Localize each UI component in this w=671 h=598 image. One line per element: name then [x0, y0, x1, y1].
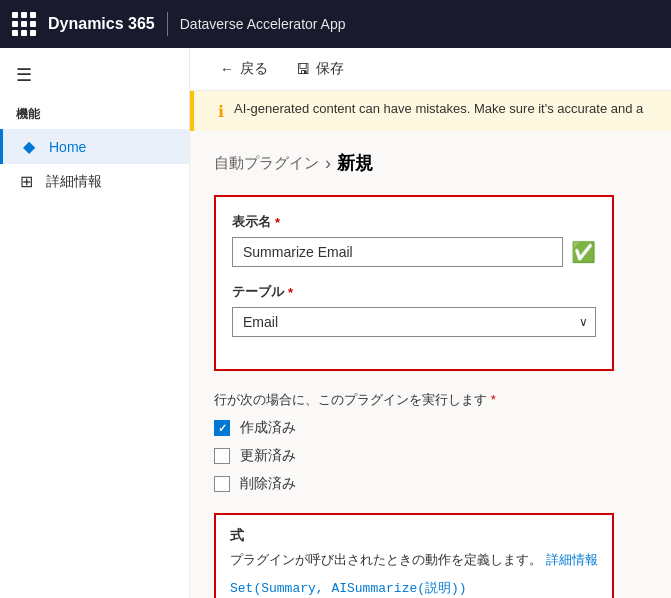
table-select-wrapper: Email Account Contact Lead ∨: [232, 307, 596, 337]
condition-required-star: *: [491, 392, 496, 407]
checkbox-updated-box[interactable]: [214, 448, 230, 464]
save-button[interactable]: 🖫 保存: [290, 56, 350, 82]
checkbox-updated-label: 更新済み: [240, 447, 296, 465]
back-arrow-icon: ←: [220, 61, 234, 77]
expression-link[interactable]: 詳細情報: [546, 552, 598, 567]
back-label: 戻る: [240, 60, 268, 78]
checkbox-created-box[interactable]: [214, 420, 230, 436]
sidebar-item-home[interactable]: ◆ Home: [0, 129, 189, 164]
form-card: 表示名 * ✅ テーブル * Email Account: [214, 195, 614, 371]
expression-desc: プラグインが呼び出されたときの動作を定義します。 詳細情報: [230, 551, 598, 569]
breadcrumb-parent: 自動プラグイン: [214, 154, 319, 173]
info-icon: ℹ: [218, 102, 224, 121]
save-label: 保存: [316, 60, 344, 78]
checkbox-group: 作成済み 更新済み 削除済み: [214, 419, 647, 493]
display-name-row: ✅: [232, 237, 596, 267]
checkbox-created-label: 作成済み: [240, 419, 296, 437]
valid-check-icon: ✅: [571, 240, 596, 264]
expression-card: 式 プラグインが呼び出されたときの動作を定義します。 詳細情報 Set(Summ…: [214, 513, 614, 598]
required-star: *: [275, 215, 280, 230]
breadcrumb-current: 新規: [337, 151, 373, 175]
hamburger-button[interactable]: ☰: [0, 56, 189, 94]
topbar-title: Dynamics 365: [48, 15, 155, 33]
back-button[interactable]: ← 戻る: [214, 56, 274, 82]
topbar-app-name: Dataverse Accelerator App: [180, 16, 346, 32]
checkbox-updated[interactable]: 更新済み: [214, 447, 647, 465]
main-content: ← 戻る 🖫 保存 ℹ AI-generated content can hav…: [190, 48, 671, 598]
sidebar: ☰ 機能 ◆ Home ⊞ 詳細情報: [0, 48, 190, 598]
details-icon: ⊞: [16, 172, 36, 191]
checkbox-deleted-box[interactable]: [214, 476, 230, 492]
checkbox-created[interactable]: 作成済み: [214, 419, 647, 437]
expression-title: 式: [230, 527, 598, 545]
breadcrumb-separator: ›: [325, 153, 331, 174]
warning-text: AI-generated content can have mistakes. …: [234, 101, 643, 116]
display-name-label: 表示名 *: [232, 213, 596, 231]
checkbox-deleted[interactable]: 削除済み: [214, 475, 647, 493]
table-select[interactable]: Email Account Contact Lead: [232, 307, 596, 337]
condition-label: 行が次の場合に、このプラグインを実行します *: [214, 391, 647, 409]
topbar: Dynamics 365 Dataverse Accelerator App: [0, 0, 671, 48]
sidebar-section-label: 機能: [0, 94, 189, 129]
sidebar-item-details-label: 詳細情報: [46, 173, 102, 191]
table-label: テーブル *: [232, 283, 596, 301]
page-content: 自動プラグイン › 新規 表示名 * ✅ テーブル *: [190, 131, 671, 598]
save-icon: 🖫: [296, 61, 310, 77]
topbar-divider: [167, 12, 168, 36]
expression-code: Set(Summary, AISummarize(説明)): [230, 579, 598, 597]
required-star-table: *: [288, 285, 293, 300]
table-row: Email Account Contact Lead ∨: [232, 307, 596, 337]
display-name-input[interactable]: [232, 237, 563, 267]
sidebar-item-details[interactable]: ⊞ 詳細情報: [0, 164, 189, 199]
layout: ☰ 機能 ◆ Home ⊞ 詳細情報 ← 戻る 🖫 保存 ℹ AI-genera…: [0, 48, 671, 598]
checkbox-deleted-label: 削除済み: [240, 475, 296, 493]
home-icon: ◆: [19, 137, 39, 156]
breadcrumb: 自動プラグイン › 新規: [214, 151, 647, 175]
warning-banner: ℹ AI-generated content can have mistakes…: [190, 91, 671, 131]
sidebar-item-home-label: Home: [49, 139, 86, 155]
app-grid-icon[interactable]: [12, 12, 36, 36]
toolbar: ← 戻る 🖫 保存: [190, 48, 671, 91]
